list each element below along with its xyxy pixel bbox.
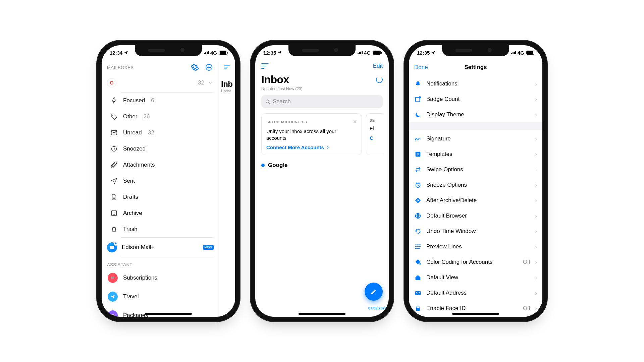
- sidebar-item-unread[interactable]: Unread32: [107, 125, 214, 141]
- sidebar-item-focused[interactable]: Focused6: [107, 93, 214, 109]
- lock-icon: [414, 305, 422, 312]
- menu-icon[interactable]: [223, 63, 231, 71]
- assistant-packages[interactable]: Packages: [107, 306, 214, 317]
- account-label: Google: [268, 162, 288, 169]
- settings-row-preview-lines[interactable]: Preview Lines ›: [409, 239, 542, 254]
- status-time: 12:35: [263, 50, 276, 56]
- done-button[interactable]: Done: [414, 64, 428, 71]
- sidebar-item-label: Focused: [123, 97, 145, 104]
- settings-label: Badge Count: [426, 96, 530, 103]
- location-icon: [124, 50, 128, 55]
- sidebar-item-trash[interactable]: Trash: [107, 221, 214, 237]
- trash-icon: [110, 226, 118, 233]
- account-google[interactable]: Google: [261, 162, 383, 169]
- settings-label: Display Theme: [426, 111, 530, 118]
- sidebar-item-snoozed[interactable]: Snoozed: [107, 141, 214, 157]
- chevron-right-icon: ›: [535, 135, 537, 142]
- google-avatar: G: [107, 78, 116, 87]
- travel-icon: [108, 292, 118, 302]
- settings-row-after-archive-delete[interactable]: After Archive/Delete ›: [409, 193, 542, 208]
- network-label: 4G: [210, 50, 217, 56]
- chevron-right-icon: ›: [535, 259, 537, 266]
- settings-row-snooze-options[interactable]: Snooze Options ›: [409, 177, 542, 193]
- settings-row-signature[interactable]: Signature ›: [409, 131, 542, 146]
- phone-mailboxes: 12:34 4G MAILBOXES G 32 Focused6Other26U…: [102, 45, 235, 317]
- card-heading: SETUP ACCOUNT 1/3: [266, 120, 307, 124]
- packages-icon: [108, 310, 118, 317]
- connect-accounts-link[interactable]: Connect More Accounts: [266, 144, 357, 150]
- chevron-right-icon: ›: [535, 111, 537, 118]
- home-indicator: [145, 313, 192, 315]
- battery-icon: [219, 51, 227, 55]
- settings-row-notifications[interactable]: Notifications ›: [409, 76, 542, 92]
- moon-icon: [414, 111, 422, 118]
- unread-icon: [110, 129, 118, 136]
- plus-circle-icon: [205, 63, 213, 71]
- sidebar-item-label: Snoozed: [123, 145, 146, 152]
- chevron-right-icon: ›: [535, 213, 537, 220]
- edison-mail-plus[interactable]: Edison Mail+ NEW: [107, 238, 214, 257]
- inbox-peek: Inb Updat: [219, 60, 235, 317]
- signal-icon: [358, 51, 363, 54]
- settings-label: Swipe Options: [426, 166, 530, 173]
- pencil-icon: [370, 288, 377, 295]
- assistant-heading: ASSISTANT: [107, 257, 214, 268]
- settings-row-display-theme[interactable]: Display Theme ›: [409, 107, 542, 122]
- search-input[interactable]: Search: [261, 95, 383, 108]
- settings-row-color-coding-for-accounts[interactable]: Color Coding for Accounts Off ›: [409, 254, 542, 270]
- lines-icon: [414, 243, 422, 250]
- badge-icon: [414, 96, 422, 103]
- item-count: 26: [144, 113, 150, 120]
- menu-button[interactable]: [261, 63, 269, 69]
- tpl-icon: [414, 150, 422, 158]
- clock-icon: [414, 181, 422, 189]
- gear-icon: [191, 63, 199, 71]
- account-count: 32: [198, 79, 204, 86]
- sidebar-item-archive[interactable]: Archive: [107, 205, 214, 221]
- edit-button[interactable]: Edit: [373, 63, 383, 69]
- settings-row-undo-time-window[interactable]: Undo Time Window ›: [409, 224, 542, 239]
- chevron-down-icon: [208, 80, 214, 86]
- settings-value: Off: [523, 305, 530, 312]
- sidebar-item-label: Attachments: [123, 162, 155, 168]
- sig-icon: [414, 135, 422, 142]
- other-icon: [110, 113, 118, 120]
- network-label: 4G: [364, 50, 371, 56]
- sidebar-item-attachments[interactable]: Attachments: [107, 157, 214, 173]
- settings-row-swipe-options[interactable]: Swipe Options ›: [409, 162, 542, 177]
- inbox-peek-sub: Updat: [221, 89, 235, 93]
- home-indicator: [452, 313, 499, 315]
- settings-row-badge-count[interactable]: Badge Count ›: [409, 92, 542, 107]
- settings-row-drag-dot-to-mark-as-read-[interactable]: Drag Dot to Mark as Read? On ›: [409, 316, 542, 317]
- assistant-label: Travel: [123, 293, 139, 300]
- assistant-label: Packages: [123, 312, 148, 317]
- sidebar-item-other[interactable]: Other26: [107, 109, 214, 125]
- notch: [442, 45, 509, 56]
- unread-dot-icon: [261, 164, 265, 167]
- assistant-travel[interactable]: Travel: [107, 287, 214, 306]
- settings-title: Settings: [464, 64, 487, 71]
- chevron-right-icon: ›: [535, 80, 537, 87]
- paint-icon: [414, 258, 422, 266]
- setup-card[interactable]: SETUP ACCOUNT 1/3× Unify your inbox acro…: [261, 113, 362, 155]
- compose-button[interactable]: [365, 283, 383, 301]
- sidebar-item-drafts[interactable]: Drafts: [107, 189, 214, 205]
- close-icon[interactable]: ×: [353, 118, 357, 125]
- account-row[interactable]: G 32: [107, 75, 214, 92]
- setup-card-next[interactable]: SE Fi C: [366, 113, 383, 155]
- settings-value: Off: [523, 259, 530, 265]
- settings-row-default-address[interactable]: Default Address ›: [409, 285, 542, 301]
- assistant-subscriptions[interactable]: Subscriptions: [107, 268, 214, 287]
- chevron-right-icon: ›: [535, 305, 537, 312]
- settings-nav: Done Settings: [409, 60, 542, 75]
- settings-row-templates[interactable]: Templates ›: [409, 146, 542, 162]
- settings-row-default-view[interactable]: Default View ›: [409, 270, 542, 285]
- sidebar-item-label: Other: [123, 113, 138, 120]
- sidebar-item-sent[interactable]: Sent: [107, 173, 214, 189]
- settings-button[interactable]: [190, 63, 200, 72]
- sidebar-item-label: Sent: [123, 178, 135, 184]
- chevron-right-icon: ›: [535, 290, 537, 297]
- search-placeholder: Search: [273, 98, 291, 105]
- settings-row-default-browser[interactable]: Default Browser ›: [409, 208, 542, 224]
- add-account-button[interactable]: [204, 63, 214, 72]
